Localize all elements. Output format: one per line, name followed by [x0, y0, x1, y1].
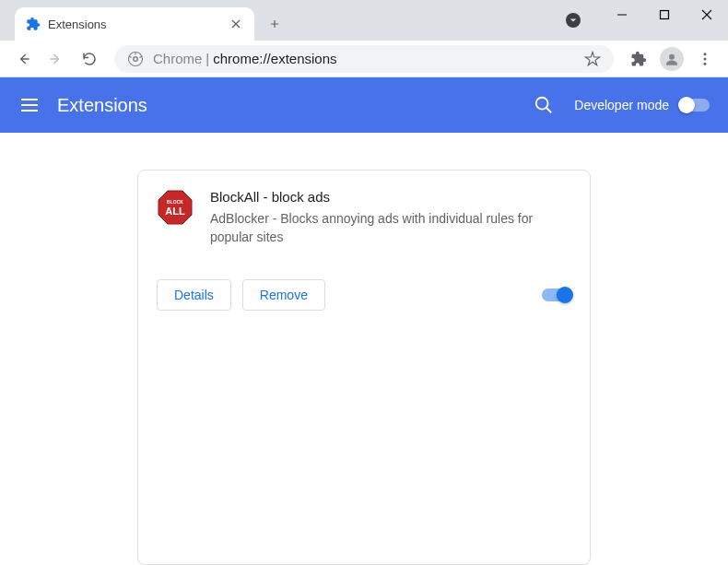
- page-title: Extensions: [57, 95, 534, 116]
- extension-card: BLOCK ALL BlockAll - block ads AdBlocker…: [137, 170, 591, 565]
- svg-point-3: [135, 57, 137, 60]
- svg-text:ALL: ALL: [165, 206, 185, 217]
- new-tab-button[interactable]: [262, 11, 288, 37]
- extensions-header: Extensions Developer mode: [0, 77, 728, 133]
- extension-name: BlockAll - block ads: [210, 189, 571, 205]
- tab-title: Extensions: [48, 18, 229, 31]
- profile-button[interactable]: [658, 45, 686, 73]
- svg-point-4: [669, 53, 675, 59]
- menu-button[interactable]: [691, 45, 719, 73]
- bookmark-star-icon[interactable]: [584, 51, 601, 67]
- search-icon[interactable]: [534, 95, 554, 115]
- back-button[interactable]: [9, 45, 37, 73]
- reload-button[interactable]: [76, 45, 103, 73]
- extension-description: AdBlocker - Blocks annoying ads with ind…: [210, 210, 571, 246]
- details-button[interactable]: Details: [157, 279, 231, 311]
- avatar-icon: [660, 47, 684, 71]
- forward-button[interactable]: [42, 45, 70, 73]
- extension-enable-toggle[interactable]: [542, 288, 571, 301]
- browser-tab[interactable]: Extensions: [15, 7, 254, 41]
- dropdown-caret-icon[interactable]: [566, 13, 581, 28]
- developer-mode-label: Developer mode: [574, 98, 669, 112]
- address-bar[interactable]: Chrome | chrome://extensions: [114, 45, 614, 73]
- maximize-button[interactable]: [643, 0, 686, 29]
- window-controls: [601, 0, 728, 29]
- svg-point-5: [704, 53, 707, 55]
- hamburger-menu-icon[interactable]: [18, 94, 41, 116]
- svg-point-7: [704, 62, 707, 65]
- window-titlebar: Extensions: [0, 0, 728, 41]
- url-separator: |: [205, 51, 209, 66]
- close-window-button[interactable]: [686, 0, 728, 29]
- minimize-button[interactable]: [601, 0, 643, 29]
- remove-button[interactable]: Remove: [242, 279, 325, 311]
- url-path: chrome://extensions: [213, 51, 584, 66]
- extensions-content: PC risk.com BLOCK ALL BlockAll - block a…: [0, 133, 728, 565]
- svg-point-8: [536, 98, 548, 110]
- developer-mode-toggle[interactable]: [680, 99, 710, 112]
- svg-rect-0: [661, 11, 669, 19]
- site-info-icon[interactable]: [127, 51, 144, 67]
- extension-icon: BLOCK ALL: [157, 189, 194, 226]
- svg-text:BLOCK: BLOCK: [167, 199, 183, 205]
- tab-close-icon[interactable]: [229, 17, 243, 31]
- extension-favicon: [26, 17, 41, 31]
- url-scheme: Chrome: [153, 51, 202, 66]
- extensions-puzzle-icon[interactable]: [625, 45, 652, 73]
- browser-toolbar: Chrome | chrome://extensions: [0, 41, 728, 77]
- svg-point-6: [704, 57, 707, 60]
